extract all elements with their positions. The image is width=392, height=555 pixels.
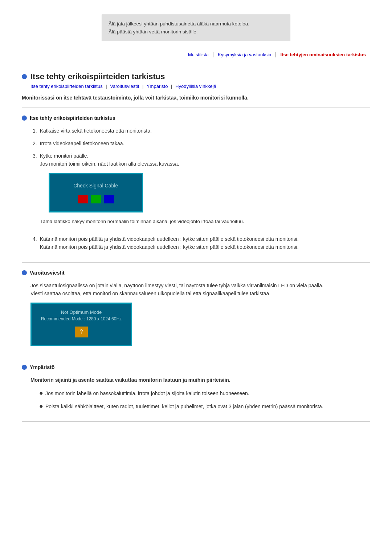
step1-num: 1. — [33, 127, 37, 135]
nav-item-itse-tehtyjen[interactable]: Itse tehtyjen ominaisuuksien tarkistus — [276, 52, 370, 57]
step4-line1: Käännä monitori pois päältä ja yhdistä v… — [40, 236, 299, 242]
section3: Ympäristö Monitorin sijainti ja asento s… — [22, 364, 370, 410]
divider-3 — [22, 357, 370, 357]
step-2: 2. Irrota videokaapeli tietokoneen takaa… — [33, 139, 370, 147]
warning-line2: Älä päästä yhtään vettä monitorin sisäll… — [109, 29, 197, 35]
bullet-1-dot: ● — [39, 389, 43, 397]
nav-itse-label: Itse tehtyjen ominaisuuksien tarkistus — [280, 52, 366, 57]
section3-dot — [22, 365, 27, 370]
section1-dot — [22, 116, 27, 121]
step4-num: 4. — [33, 235, 37, 243]
breadcrumb-sep-1: | — [106, 84, 108, 89]
section2-heading: Varoitusviestit — [22, 270, 370, 276]
step-1: 1. Katkaise virta sekä tietokoneesta ett… — [33, 127, 370, 135]
section3-heading-text: Ympäristö — [30, 364, 54, 370]
section2-line1: Jos sisääntulosignaalissa on jotain vial… — [30, 283, 323, 288]
divider-1 — [22, 108, 370, 108]
section2-intro: Jos sisääntulosignaalissa on jotain vial… — [22, 281, 370, 298]
section1-heading-text: Itse tehty erikoispiirteiden tarkistus — [30, 115, 115, 121]
nav-bar: Muistilista Kysymyksiä ja vastauksia Its… — [0, 52, 392, 61]
section3-content: Monitorin sijainti ja asento saattaa vai… — [22, 376, 370, 410]
not-optimum-box-wrapper: Not Optimum Mode Recommended Mode : 1280… — [30, 303, 370, 346]
section2-heading-text: Varoitusviestit — [30, 270, 65, 276]
color-green — [91, 195, 101, 203]
signal-box-title: Check Signal Cable — [73, 182, 118, 190]
bullet-2: ● Poista kaikki sähkölaitteet, kuten rad… — [39, 402, 370, 410]
breadcrumb-sep-3: | — [171, 84, 173, 89]
step4-line2: Käännä monitori pois päältä ja yhdistä v… — [40, 244, 299, 250]
section1-steps: 1. Katkaise virta sekä tietokoneesta ett… — [22, 127, 370, 251]
step3-line2: Jos monitori toimii oikein, näet laatiko… — [40, 161, 179, 167]
bullet-2-text: Poista kaikki sähkölaitteet, kuten radio… — [45, 402, 323, 410]
section3-bullets: ● Jos monitorin lähellä on bassokaiuttim… — [30, 389, 370, 411]
page-title-section: Itse tehty erikoispiirteiden tarkistus — [22, 72, 370, 81]
step3-line1: Kytke monitori päälle. — [40, 153, 89, 159]
signal-box: Check Signal Cable — [49, 173, 143, 212]
section2-line2: Viesti saattaa osoittaa, että monitori o… — [30, 291, 270, 296]
question-button[interactable]: ? — [75, 327, 88, 337]
title-blue-dot — [22, 74, 27, 79]
breadcrumb-link-1[interactable]: Itse tehty erikoispiirteiden tarkistus — [30, 84, 103, 89]
color-red — [78, 195, 88, 203]
breadcrumb-link-4[interactable]: Hyödyllisiä vinkkejä — [175, 84, 216, 89]
not-optimum-box: Not Optimum Mode Recommended Mode : 1280… — [30, 303, 132, 346]
nav-item-kysymyksia[interactable]: Kysymyksiä ja vastauksia — [213, 52, 276, 57]
warning-line1: Älä jätä jälkeesi yhtään puhdistusainett… — [109, 21, 249, 27]
bullet-1: ● Jos monitorin lähellä on bassokaiuttim… — [39, 389, 370, 397]
warning-box: Älä jätä jälkeesi yhtään puhdistusainett… — [102, 15, 290, 41]
intro-text: Monitorissasi on itse tehtävä testaustoi… — [22, 94, 370, 102]
signal-note: Tämä laatikko näkyy monitorin normaalin … — [40, 218, 244, 226]
breadcrumb-sep-2: | — [142, 84, 145, 89]
step2-num: 2. — [33, 139, 37, 147]
main-content: Itse tehty erikoispiirteiden tarkistus I… — [0, 68, 392, 443]
section2: Varoitusviestit Jos sisääntulosignaaliss… — [22, 270, 370, 346]
breadcrumb-link-2[interactable]: Varoitusviestit — [110, 84, 139, 89]
not-optimum-title: Not Optimum Mode — [61, 309, 102, 315]
signal-box-wrapper: Check Signal Cable — [49, 173, 244, 212]
section2-dot — [22, 270, 27, 275]
step4-content: Käännä monitori pois päältä ja yhdistä v… — [40, 235, 299, 251]
nav-kysymyksia-label: Kysymyksiä ja vastauksia — [218, 52, 271, 57]
signal-colors — [78, 195, 114, 203]
step-3: 3. Kytke monitori päälle. Jos monitori t… — [33, 152, 370, 231]
color-blue — [104, 195, 114, 203]
bullet-1-text: Jos monitorin lähellä on bassokaiuttimia… — [45, 389, 249, 397]
section1-heading: Itse tehty erikoispiirteiden tarkistus — [22, 115, 370, 121]
step3-content: Kytke monitori päälle. Jos monitori toim… — [40, 152, 244, 231]
step1-text: Katkaise virta sekä tietokoneesta että m… — [40, 127, 152, 135]
section3-heading: Ympäristö — [22, 364, 370, 370]
breadcrumb: Itse tehty erikoispiirteiden tarkistus |… — [22, 84, 370, 89]
section3-subheading: Monitorin sijainti ja asento saattaa vai… — [30, 376, 370, 384]
section1: Itse tehty erikoispiirteiden tarkistus 1… — [22, 115, 370, 251]
bullet-2-dot: ● — [39, 402, 43, 410]
divider-4 — [22, 421, 370, 422]
page-title: Itse tehty erikoispiirteiden tarkistus — [30, 72, 165, 81]
step3-num: 3. — [33, 152, 37, 160]
not-optimum-subtitle: Recommended Mode : 1280 x 1024 60Hz — [41, 316, 122, 321]
divider-2 — [22, 262, 370, 263]
step2-text: Irrota videokaapeli tietokoneen takaa. — [40, 139, 124, 147]
nav-item-muistilista[interactable]: Muistilista — [184, 52, 213, 57]
step-4: 4. Käännä monitori pois päältä ja yhdist… — [33, 235, 370, 251]
breadcrumb-link-3[interactable]: Ympäristö — [147, 84, 168, 89]
